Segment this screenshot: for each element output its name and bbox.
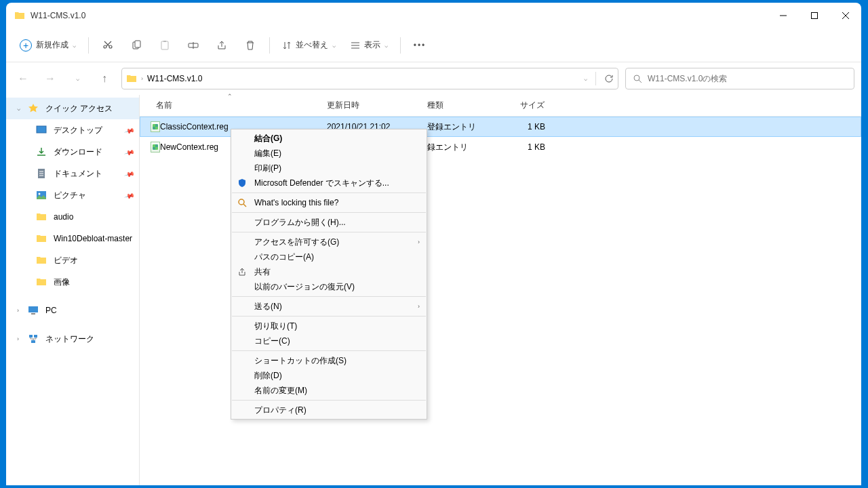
menu-item[interactable]: What's locking this file? <box>231 195 427 210</box>
sidebar-item-pictures[interactable]: ピクチャ📌 <box>6 184 139 206</box>
sidebar-item-desktop[interactable]: デスクトップ📌 <box>6 119 139 141</box>
sidebar-quick-access[interactable]: ⌵ クイック アクセス <box>6 98 139 119</box>
refresh-icon[interactable] <box>604 74 614 83</box>
menu-item[interactable]: プロパティ(R) <box>231 403 427 418</box>
sidebar-item-audio[interactable]: audio <box>6 206 139 228</box>
sidebar-item-label: ピクチャ <box>54 190 86 201</box>
sidebar-item-images[interactable]: 画像 <box>6 271 139 293</box>
svg-rect-5 <box>135 41 140 47</box>
share-button[interactable] <box>208 33 235 58</box>
reg-file-icon <box>151 121 160 132</box>
minimize-button[interactable] <box>768 3 799 28</box>
copy-button[interactable] <box>123 33 150 58</box>
sidebar-network[interactable]: ›ネットワーク <box>6 328 139 350</box>
sidebar-item-label: PC <box>45 306 57 315</box>
menu-item-label: 編集(E) <box>254 148 281 159</box>
sidebar-item-win10debloat[interactable]: Win10Debloat-master <box>6 228 139 249</box>
menu-item[interactable]: Microsoft Defender でスキャンする... <box>231 176 427 190</box>
sidebar-item-label: ドキュメント <box>54 168 102 180</box>
svg-rect-25 <box>29 335 33 338</box>
back-button[interactable]: ← <box>13 68 33 89</box>
menu-separator <box>232 232 426 232</box>
scissors-icon <box>102 40 113 51</box>
sort-button[interactable]: 並べ替え ⌵ <box>275 33 342 58</box>
menu-item[interactable]: 名前の変更(M) <box>231 383 427 398</box>
search-input[interactable] <box>648 74 847 83</box>
up-button[interactable]: ↑ <box>94 68 115 89</box>
delete-button[interactable] <box>237 33 264 58</box>
menu-item[interactable]: 印刷(P) <box>231 161 427 176</box>
chevron-right-icon: › <box>418 303 420 310</box>
pin-icon: 📌 <box>124 146 135 157</box>
menu-item[interactable]: コピー(C) <box>231 333 427 348</box>
sidebar-item-downloads[interactable]: ダウンロード📌 <box>6 141 139 163</box>
sidebar-item-label: Win10Debloat-master <box>54 234 132 243</box>
sort-label: 並べ替え <box>296 39 328 51</box>
svg-rect-24 <box>31 313 35 314</box>
pc-icon <box>28 305 39 316</box>
column-size[interactable]: サイズ <box>502 100 551 111</box>
chevron-right-icon: › <box>418 239 420 245</box>
menu-item[interactable]: 削除(D) <box>231 368 427 383</box>
chevron-down-icon: ⌵ <box>332 42 336 49</box>
sidebar-item-label: クイック アクセス <box>45 103 113 115</box>
svg-rect-15 <box>37 126 46 133</box>
folder-icon <box>14 10 25 21</box>
lock-search-icon <box>237 197 248 208</box>
paste-button[interactable] <box>151 33 178 58</box>
sidebar-item-documents[interactable]: ドキュメント📌 <box>6 163 139 184</box>
svg-point-13 <box>634 75 639 81</box>
network-icon <box>28 333 39 344</box>
star-icon <box>28 103 39 114</box>
menu-item-label: 以前のバージョンの復元(V) <box>254 281 355 293</box>
menu-item[interactable]: 以前のバージョンの復元(V) <box>231 279 427 294</box>
menu-item[interactable]: アクセスを許可する(G)› <box>231 235 427 249</box>
rename-icon <box>188 40 199 51</box>
more-button[interactable]: ••• <box>406 33 433 58</box>
sort-asc-icon: ⌃ <box>227 93 233 100</box>
menu-item[interactable]: 切り取り(T) <box>231 319 427 333</box>
menu-item-label: Microsoft Defender でスキャンする... <box>254 178 389 189</box>
folder-icon <box>36 211 47 222</box>
paste-icon <box>159 40 170 51</box>
menu-item[interactable]: 共有 <box>231 264 427 279</box>
menu-item-label: What's locking this file? <box>254 198 338 207</box>
recent-button[interactable]: ⌵ <box>67 68 87 89</box>
rename-button[interactable] <box>180 33 207 58</box>
column-name[interactable]: 名前⌃ <box>151 100 321 111</box>
menu-item[interactable]: 編集(E) <box>231 146 427 161</box>
search-box[interactable] <box>625 68 854 89</box>
close-button[interactable] <box>830 3 861 28</box>
folder-icon <box>126 73 137 84</box>
menu-item[interactable]: プログラムから開く(H)... <box>231 215 427 230</box>
titlebar: W11-CMS.v1.0 <box>6 3 861 28</box>
svg-rect-6 <box>161 41 168 49</box>
menu-item-label: 削除(D) <box>254 370 282 382</box>
sort-icon <box>282 41 292 50</box>
menu-item-label: コピー(C) <box>254 336 290 347</box>
cut-button[interactable] <box>94 33 121 58</box>
sidebar-item-video[interactable]: ビデオ <box>6 249 139 271</box>
sidebar-item-label: 画像 <box>54 277 70 288</box>
chevron-down-icon[interactable]: ⌵ <box>584 75 587 82</box>
menu-item[interactable]: ショートカットの作成(S) <box>231 353 427 368</box>
menu-item[interactable]: パスのコピー(A) <box>231 249 427 264</box>
column-headers: 名前⌃ 更新日時 種類 サイズ <box>140 95 861 117</box>
maximize-button[interactable] <box>799 3 830 28</box>
copy-icon <box>131 40 142 51</box>
column-type[interactable]: 種類 <box>422 100 502 111</box>
address-box[interactable]: › W11-CMS.v1.0 ⌵ <box>121 68 618 89</box>
menu-item[interactable]: 結合(G) <box>231 131 427 146</box>
file-name: ClassicContext.reg <box>160 122 229 131</box>
breadcrumb[interactable]: W11-CMS.v1.0 <box>147 74 202 83</box>
column-date[interactable]: 更新日時 <box>321 100 422 111</box>
forward-button[interactable]: → <box>40 68 60 89</box>
menu-item[interactable]: 送る(N)› <box>231 299 427 314</box>
sidebar-pc[interactable]: ›PC <box>6 300 139 321</box>
share-icon <box>216 40 227 51</box>
view-button[interactable]: 表示 ⌵ <box>344 33 395 58</box>
divider <box>88 37 89 54</box>
new-button[interactable]: + 新規作成 ⌵ <box>13 33 83 58</box>
pin-icon: 📌 <box>124 168 135 179</box>
desktop-icon <box>36 125 47 136</box>
